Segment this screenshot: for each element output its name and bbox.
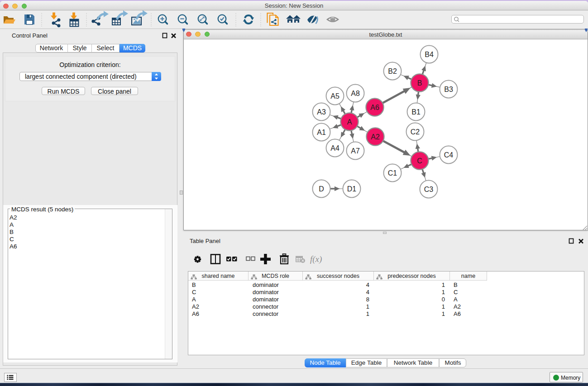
svg-text:C1: C1: [388, 169, 397, 177]
svg-text:A7: A7: [351, 147, 360, 155]
svg-text:C2: C2: [411, 128, 420, 136]
svg-text:A6: A6: [370, 104, 379, 111]
svg-text:A8: A8: [351, 90, 360, 97]
svg-text:A1: A1: [317, 129, 326, 136]
svg-text:B2: B2: [388, 67, 397, 75]
svg-text:D: D: [319, 185, 324, 193]
svg-text:f(x): f(x): [310, 254, 322, 264]
svg-text:A4: A4: [330, 144, 339, 152]
svg-text:C: C: [417, 157, 422, 165]
svg-text:B1: B1: [411, 108, 421, 116]
svg-text:B3: B3: [444, 86, 453, 93]
svg-text:D1: D1: [347, 185, 357, 193]
svg-text:A2: A2: [371, 133, 380, 141]
svg-text:C3: C3: [424, 186, 434, 193]
svg-text:A: A: [347, 118, 352, 126]
svg-text:C4: C4: [444, 151, 454, 159]
svg-text:B: B: [417, 79, 422, 87]
svg-text:B4: B4: [425, 51, 434, 58]
svg-text:A5: A5: [330, 92, 339, 100]
svg-text:A3: A3: [317, 108, 326, 116]
